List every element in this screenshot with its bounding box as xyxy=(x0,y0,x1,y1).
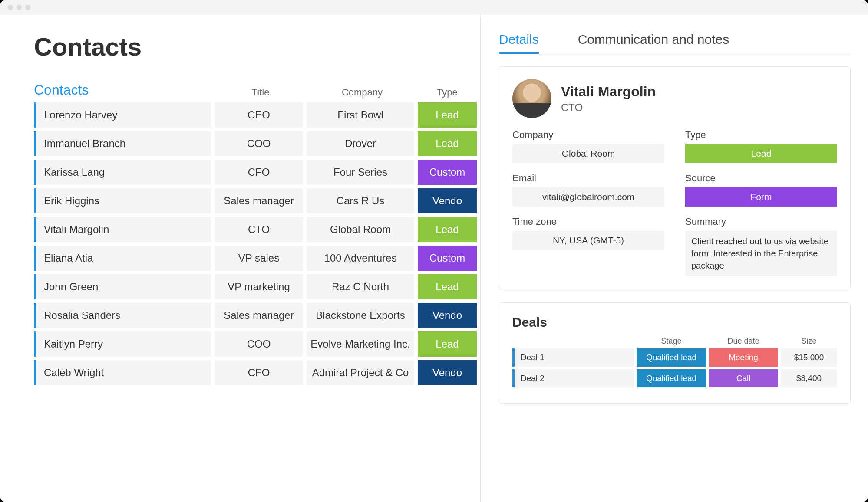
cell-type: Vendo xyxy=(418,360,477,385)
window-close-icon[interactable] xyxy=(8,5,13,10)
contact-name: Vitali Margolin xyxy=(561,84,656,100)
field-source: Source Form xyxy=(685,173,837,207)
deal-size: $8,400 xyxy=(781,369,837,387)
profile-header: Vitali Margolin CTO xyxy=(512,79,837,118)
detail-fields: Company Global Room Type Lead Email vita… xyxy=(512,129,837,276)
cell-company: Four Series xyxy=(307,160,414,185)
deal-due: Call xyxy=(709,369,778,387)
cell-name: Caleb Wright xyxy=(34,360,211,385)
label-type: Type xyxy=(685,129,837,141)
contacts-table-body: Lorenzo HarveyCEOFirst BowlLeadImmanuel … xyxy=(34,102,480,385)
field-timezone: Time zone NY, USA (GMT-5) xyxy=(512,216,664,276)
cell-type: Custom xyxy=(418,160,477,185)
table-row[interactable]: Caleb WrightCFOAdmiral Project & CoVendo xyxy=(34,360,480,385)
deal-row[interactable]: Deal 1Qualified leadMeeting$15,000 xyxy=(512,348,837,367)
window-titlebar xyxy=(0,0,868,15)
cell-company: Drover xyxy=(307,131,414,156)
cell-company: Blackstone Exports xyxy=(307,303,414,328)
deals-header-due: Due date xyxy=(709,337,778,346)
value-company[interactable]: Global Room xyxy=(512,144,664,163)
cell-name: Lorenzo Harvey xyxy=(34,102,211,128)
label-timezone: Time zone xyxy=(512,216,664,227)
cell-type: Lead xyxy=(418,131,477,156)
value-email[interactable]: vitali@globalroom.com xyxy=(512,187,664,207)
contact-detail-card: Vitali Margolin CTO Company Global Room … xyxy=(499,66,851,289)
deals-title: Deals xyxy=(512,315,837,330)
cell-company: First Bowl xyxy=(307,102,414,128)
cell-title: COO xyxy=(215,131,303,156)
cell-title: Sales manager xyxy=(215,188,303,213)
deal-due: Meeting xyxy=(709,348,778,367)
cell-title: Sales manager xyxy=(215,303,303,328)
cell-type: Custom xyxy=(418,246,477,271)
cell-title: VP marketing xyxy=(215,274,303,299)
cell-company: 100 Adventures xyxy=(307,246,414,271)
contacts-panel: Contacts Contacts Title Company Type Lor… xyxy=(0,15,480,502)
table-row[interactable]: Eliana AtiaVP sales100 AdventuresCustom xyxy=(34,246,480,271)
label-summary: Summary xyxy=(685,216,837,227)
label-company: Company xyxy=(512,129,664,141)
cell-name: Karissa Lang xyxy=(34,160,211,185)
cell-type: Vendo xyxy=(418,188,477,213)
window-maximize-icon[interactable] xyxy=(25,5,30,10)
value-source[interactable]: Form xyxy=(685,187,837,207)
label-email: Email xyxy=(512,173,664,184)
deal-stage: Qualified lead xyxy=(637,348,706,367)
cell-title: VP sales xyxy=(215,246,303,271)
value-type[interactable]: Lead xyxy=(685,144,837,163)
table-row[interactable]: Karissa LangCFOFour SeriesCustom xyxy=(34,160,480,185)
tab-details[interactable]: Details xyxy=(499,32,539,54)
table-row[interactable]: Immanuel BranchCOODroverLead xyxy=(34,131,480,156)
deal-name: Deal 2 xyxy=(512,369,634,387)
deals-card: Deals Stage Due date Size Deal 1Qualifie… xyxy=(499,302,851,404)
cell-company: Raz C North xyxy=(307,274,414,299)
cell-name: Vitali Margolin xyxy=(34,217,211,242)
avatar xyxy=(512,79,551,118)
cell-name: Eliana Atia xyxy=(34,246,211,271)
cell-name: Rosalia Sanders xyxy=(34,303,211,328)
cell-type: Lead xyxy=(418,274,477,299)
deal-row[interactable]: Deal 2Qualified leadCall$8,400 xyxy=(512,369,837,387)
column-header-title: Title xyxy=(215,87,307,98)
field-type: Type Lead xyxy=(685,129,837,163)
table-row[interactable]: John GreenVP marketingRaz C NorthLead xyxy=(34,274,480,299)
cell-type: Lead xyxy=(418,331,477,357)
cell-name: Kaitlyn Perry xyxy=(34,331,211,357)
table-row[interactable]: Erik HigginsSales managerCars R UsVendo xyxy=(34,188,480,213)
cell-title: CTO xyxy=(215,217,303,242)
page-title: Contacts xyxy=(34,32,480,61)
cell-company: Global Room xyxy=(307,217,414,242)
deals-header: Stage Due date Size xyxy=(512,337,837,346)
deal-size: $15,000 xyxy=(781,348,837,367)
label-source: Source xyxy=(685,173,837,184)
deal-stage: Qualified lead xyxy=(637,369,706,387)
deals-body: Deal 1Qualified leadMeeting$15,000Deal 2… xyxy=(512,348,837,387)
cell-title: COO xyxy=(215,331,303,357)
table-row[interactable]: Lorenzo HarveyCEOFirst BowlLead xyxy=(34,102,480,128)
cell-company: Cars R Us xyxy=(307,188,414,213)
details-panel: Details Communication and notes Vitali M… xyxy=(480,15,868,502)
tab-communication[interactable]: Communication and notes xyxy=(578,32,729,54)
window-minimize-icon[interactable] xyxy=(17,5,22,10)
content-area: Contacts Contacts Title Company Type Lor… xyxy=(0,15,868,502)
cell-name: John Green xyxy=(34,274,211,299)
deals-header-stage: Stage xyxy=(637,337,706,346)
column-header-company: Company xyxy=(307,87,418,98)
app-window: Contacts Contacts Title Company Type Lor… xyxy=(0,0,868,502)
cell-type: Vendo xyxy=(418,303,477,328)
cell-type: Lead xyxy=(418,217,477,242)
cell-name: Immanuel Branch xyxy=(34,131,211,156)
contact-title: CTO xyxy=(561,102,656,114)
value-summary[interactable]: Client reached out to us via website for… xyxy=(685,231,837,276)
field-summary: Summary Client reached out to us via web… xyxy=(685,216,837,276)
cell-name: Erik Higgins xyxy=(34,188,211,213)
detail-tabs: Details Communication and notes xyxy=(499,32,851,54)
field-company: Company Global Room xyxy=(512,129,664,163)
cell-title: CFO xyxy=(215,360,303,385)
cell-title: CFO xyxy=(215,160,303,185)
contacts-tab[interactable]: Contacts xyxy=(34,82,215,98)
value-timezone[interactable]: NY, USA (GMT-5) xyxy=(512,231,664,250)
table-row[interactable]: Vitali MargolinCTOGlobal RoomLead xyxy=(34,217,480,242)
table-row[interactable]: Kaitlyn PerryCOOEvolve Marketing Inc.Lea… xyxy=(34,331,480,357)
table-row[interactable]: Rosalia SandersSales managerBlackstone E… xyxy=(34,303,480,328)
